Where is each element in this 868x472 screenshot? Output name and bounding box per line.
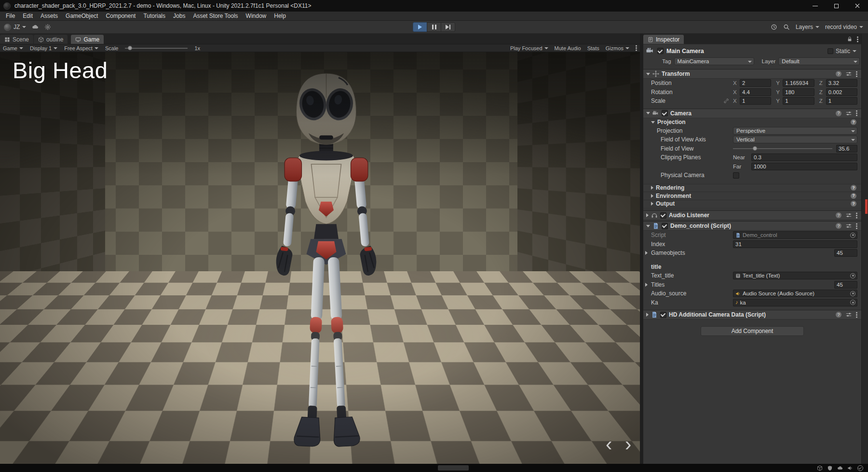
minimize-button[interactable] (804, 0, 826, 12)
script-object-field[interactable]: Demo_control (733, 231, 857, 239)
layout-dropdown[interactable]: record video (825, 24, 863, 30)
near-clip-field[interactable]: 0.3 (751, 153, 857, 161)
pause-button[interactable] (427, 22, 441, 32)
position-y-field[interactable]: 1.165934 (783, 79, 814, 87)
physical-camera-checkbox[interactable] (733, 172, 739, 179)
object-picker-icon[interactable] (850, 291, 855, 296)
kebab-menu-icon[interactable] (636, 47, 637, 49)
camera-component-header[interactable]: Camera ? (643, 109, 861, 118)
gameobjects-size-field[interactable]: 45 (834, 249, 857, 257)
foldout-closed-icon[interactable] (646, 213, 649, 217)
transform-component-header[interactable]: Transform ? (643, 69, 861, 79)
foldout-open-icon[interactable] (646, 225, 650, 227)
audio-listener-header[interactable]: Audio Listener ? (643, 210, 861, 220)
display-target-dropdown[interactable]: Game (3, 45, 23, 51)
position-z-field[interactable]: 3.32 (826, 79, 857, 87)
aspect-ratio-dropdown[interactable]: Free Aspect (64, 45, 98, 51)
layer-dropdown[interactable]: Default (778, 57, 860, 65)
object-picker-icon[interactable] (850, 300, 855, 305)
display-dropdown[interactable]: Display 1 (30, 45, 57, 51)
kebab-menu-icon[interactable] (856, 314, 857, 316)
help-icon[interactable]: ? (836, 223, 841, 229)
menu-component[interactable]: Component (102, 12, 139, 20)
help-icon[interactable]: ? (851, 185, 856, 191)
foldout-open-icon[interactable] (646, 73, 650, 75)
rotation-z-field[interactable]: 0.002 (826, 88, 857, 96)
scale-x-field[interactable]: 1 (740, 97, 771, 105)
static-dropdown[interactable]: Static (827, 48, 856, 55)
kebab-menu-icon[interactable] (857, 39, 858, 40)
fov-axis-dropdown[interactable]: Vertical (733, 136, 857, 143)
play-button[interactable] (413, 22, 427, 32)
gameobject-active-checkbox[interactable] (657, 48, 664, 54)
stats-toggle[interactable]: Stats (587, 45, 599, 51)
menu-file[interactable]: File (2, 12, 19, 20)
close-button[interactable] (847, 0, 868, 12)
object-picker-icon[interactable] (850, 233, 855, 238)
scale-slider-knob[interactable] (128, 46, 132, 50)
presets-icon[interactable] (846, 111, 852, 116)
settings-gear-icon[interactable] (44, 24, 51, 30)
hd-camera-data-checkbox[interactable] (660, 312, 666, 318)
account-dropdown[interactable]: JZ (4, 24, 26, 31)
game-viewport[interactable]: Big Head ‹ › (0, 52, 640, 464)
static-checkbox[interactable] (827, 48, 833, 54)
shield-icon[interactable] (827, 465, 833, 471)
menu-edit[interactable]: Edit (19, 12, 37, 20)
menu-jobs[interactable]: Jobs (169, 12, 189, 20)
tag-dropdown[interactable]: MainCamera (674, 57, 754, 65)
demo-control-checkbox[interactable] (662, 223, 668, 229)
foldout-closed-icon[interactable] (646, 313, 649, 317)
progress-check-icon[interactable] (857, 465, 863, 471)
titles-size-field[interactable]: 45 (834, 281, 857, 289)
maximize-button[interactable] (826, 0, 847, 12)
projection-dropdown[interactable]: Perspective (733, 127, 857, 135)
search-icon[interactable] (783, 24, 790, 30)
ka-object-field[interactable]: ♪ ka (733, 299, 857, 306)
foldout-closed-icon[interactable] (645, 283, 648, 287)
position-x-field[interactable]: 2 (740, 79, 771, 87)
kebab-menu-icon[interactable] (856, 112, 857, 114)
scale-y-field[interactable]: 1 (783, 97, 814, 105)
far-clip-field[interactable]: 1000 (751, 163, 857, 170)
tab-scene[interactable]: Scene (0, 35, 33, 44)
presets-icon[interactable] (846, 312, 852, 318)
undo-history-icon[interactable] (771, 24, 777, 30)
camera-enabled-checkbox[interactable] (662, 110, 668, 116)
rotation-y-field[interactable]: 180 (783, 88, 814, 96)
presets-icon[interactable] (846, 212, 852, 218)
add-component-button[interactable]: Add Component (701, 326, 804, 336)
help-icon[interactable]: ? (836, 312, 841, 318)
menu-gameobject[interactable]: GameObject (62, 12, 102, 20)
object-picker-icon[interactable] (850, 273, 855, 278)
help-icon[interactable]: ? (851, 119, 856, 125)
cloud-services-icon[interactable] (32, 24, 39, 30)
help-icon[interactable]: ? (836, 212, 841, 218)
cloud-icon[interactable] (837, 465, 843, 471)
rotation-x-field[interactable]: 4.4 (740, 88, 771, 96)
fov-slider-knob[interactable] (753, 146, 757, 151)
foldout-open-icon[interactable] (646, 112, 650, 114)
inspector-scrollbar[interactable] (861, 34, 868, 464)
next-character-button[interactable]: › (625, 434, 631, 454)
menu-help[interactable]: Help (270, 12, 290, 20)
menu-window[interactable]: Window (242, 12, 271, 20)
menu-asset-store-tools[interactable]: Asset Store Tools (189, 12, 242, 20)
tab-outline[interactable]: outline (34, 35, 68, 44)
help-icon[interactable]: ? (836, 71, 841, 77)
play-focused-dropdown[interactable]: Play Focused (510, 45, 548, 51)
presets-icon[interactable] (846, 71, 852, 77)
help-icon[interactable]: ? (851, 201, 856, 207)
presets-icon[interactable] (846, 223, 852, 229)
gameobject-name[interactable]: Main Camera (666, 48, 704, 55)
demo-control-header[interactable]: Demo_control (Script) ? (643, 221, 861, 231)
environment-foldout[interactable]: Environment ? (643, 192, 861, 200)
fov-field[interactable]: 35.6 (836, 145, 857, 153)
output-foldout[interactable]: Output ? (643, 200, 861, 208)
gizmos-dropdown[interactable]: Gizmos (606, 45, 629, 51)
kebab-menu-icon[interactable] (856, 73, 857, 75)
keyboard-cube-icon[interactable] (817, 465, 823, 471)
help-icon[interactable]: ? (851, 193, 856, 199)
text-title-object-field[interactable]: Text_title (Text) (733, 272, 857, 279)
panel-splitter[interactable] (640, 34, 643, 464)
